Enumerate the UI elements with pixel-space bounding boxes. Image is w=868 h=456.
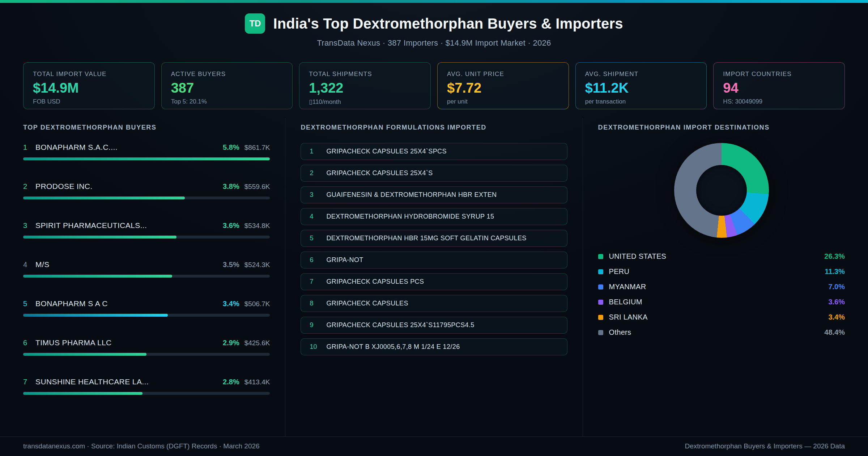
- formulation-item: 2GRIPACHECK CAPSULES 25X4`S: [301, 165, 567, 182]
- legend-country: UNITED STATES: [609, 252, 667, 261]
- stat-label: IMPORT COUNTRIES: [723, 71, 835, 78]
- formulation-item: 9GRIPACHECK CAPSULES 25X4`S11795PCS4.5: [301, 317, 567, 334]
- page-title: India's Top Dextromethorphan Buyers & Im…: [273, 16, 623, 32]
- buyer-name: SUNSHINE HEALTHCARE LA...: [35, 377, 149, 386]
- buyer-share: 3.5%: [223, 261, 239, 269]
- buyer-rank: 2: [23, 182, 35, 191]
- buyer-bar-track: [23, 392, 270, 395]
- formulation-item: 1GRIPACHECK CAPSULES 25X4`SPCS: [301, 143, 567, 160]
- formulation-name: DEXTROMETHORPHAN HYDROBROMIDE SYRUP 15: [326, 213, 494, 220]
- formulation-item: 3GUAIFENESIN & DEXTROMETHORPHAN HBR EXTE…: [301, 186, 567, 203]
- formulation-item: 5DEXTROMETHORPHAN HBR 15MG SOFT GELATIN …: [301, 230, 567, 247]
- formulation-item: 10GRIPA-NOT B XJ0005,6,7,8 M 1/24 E 12/2…: [301, 338, 567, 355]
- stat-label: AVG. SHIPMENT: [585, 71, 697, 78]
- legend-swatch: [598, 269, 603, 274]
- stat-value: $11.2K: [585, 81, 697, 96]
- legend-row: Others48.4%: [598, 328, 845, 337]
- formulation-item: 4DEXTROMETHORPHAN HYDROBROMIDE SYRUP 15: [301, 208, 567, 225]
- buyer-row: 1BONAPHARM S.A.C....5.8%$861.7K: [23, 143, 270, 160]
- legend-swatch: [598, 284, 603, 290]
- buyers-panel: TOP DEXTROMETHORPHAN BUYERS 1BONAPHARM S…: [23, 118, 285, 436]
- legend-row: PERU11.3%: [598, 267, 845, 276]
- legend-percent: 11.3%: [825, 267, 845, 276]
- main-content: TOP DEXTROMETHORPHAN BUYERS 1BONAPHARM S…: [0, 118, 868, 436]
- buyer-row: 5BONAPHARM S A C3.4%$506.7K: [23, 299, 270, 317]
- legend-swatch: [598, 300, 603, 305]
- buyer-bar-track: [23, 157, 270, 160]
- formulation-name: GRIPA-NOT: [326, 256, 363, 264]
- formulation-rank: 1: [310, 148, 319, 155]
- buyer-value: $413.4K: [244, 378, 270, 386]
- buyer-bar-fill: [23, 314, 168, 317]
- dashboard-root: TD India's Top Dextromethorphan Buyers &…: [0, 0, 868, 456]
- footer-note: Dextromethorphan Buyers & Importers — 20…: [685, 442, 845, 456]
- buyer-share: 2.9%: [223, 339, 239, 347]
- legend-swatch: [598, 330, 603, 335]
- formulation-name: GRIPA-NOT B XJ0005,6,7,8 M 1/24 E 12/26: [326, 343, 460, 351]
- buyer-rank: 1: [23, 143, 35, 152]
- buyer-bar-track: [23, 353, 270, 356]
- buyer-row-text: 3SPIRIT PHARMACEUTICALS...3.6%$534.8K: [23, 221, 270, 230]
- stat-card: TOTAL SHIPMENTS1,322▯110/month: [299, 62, 431, 109]
- formulation-name: GUAIFENESIN & DEXTROMETHORPHAN HBR EXTEN: [326, 191, 497, 199]
- buyer-row-text: 1BONAPHARM S.A.C....5.8%$861.7K: [23, 143, 270, 152]
- buyer-row: 6TIMUS PHARMA LLC2.9%$425.6K: [23, 338, 270, 356]
- buyer-value: $534.8K: [244, 222, 270, 230]
- buyer-row: 3SPIRIT PHARMACEUTICALS...3.6%$534.8K: [23, 221, 270, 238]
- stat-card: AVG. UNIT PRICE$7.72per unit: [437, 62, 569, 109]
- stat-card: ACTIVE BUYERS387Top 5: 20.1%: [161, 62, 293, 109]
- formulations-panel: DEXTROMETHORPHAN FORMULATIONS IMPORTED 1…: [285, 118, 582, 436]
- header: TD India's Top Dextromethorphan Buyers &…: [0, 3, 868, 48]
- buyer-share: 2.8%: [223, 378, 239, 386]
- formulation-rank: 3: [310, 191, 319, 199]
- buyer-row-text: 4M/S3.5%$524.3K: [23, 260, 270, 269]
- buyer-bar-track: [23, 236, 270, 238]
- formulation-rank: 8: [310, 300, 319, 307]
- buyer-bar-fill: [23, 197, 185, 199]
- buyer-value: $506.7K: [244, 300, 270, 308]
- buyer-row: 2PRODOSE INC.3.8%$559.6K: [23, 182, 270, 199]
- buyer-bar-fill: [23, 157, 270, 160]
- footer: transdatanexus.com · Source: Indian Cust…: [0, 436, 868, 456]
- legend-row: MYANMAR7.0%: [598, 283, 845, 291]
- legend-percent: 48.4%: [824, 328, 845, 337]
- stat-label: AVG. UNIT PRICE: [447, 71, 559, 78]
- formulations-heading: DEXTROMETHORPHAN FORMULATIONS IMPORTED: [301, 124, 567, 131]
- footer-source: transdatanexus.com · Source: Indian Cust…: [23, 442, 260, 456]
- destinations-heading: DEXTROMETHORPHAN IMPORT DESTINATIONS: [598, 124, 845, 131]
- top-accent-bar: [0, 0, 868, 3]
- buyer-share: 5.8%: [223, 143, 239, 152]
- buyer-share: 3.6%: [223, 221, 239, 230]
- buyer-share: 3.4%: [223, 300, 239, 308]
- buyer-row-text: 5BONAPHARM S A C3.4%$506.7K: [23, 299, 270, 308]
- stat-card: IMPORT COUNTRIES94HS: 30049099: [713, 62, 845, 109]
- stat-card: AVG. SHIPMENT$11.2Kper transaction: [575, 62, 707, 109]
- formulation-name: DEXTROMETHORPHAN HBR 15MG SOFT GELATIN C…: [326, 235, 526, 242]
- formulation-name: GRIPACHECK CAPSULES: [326, 300, 408, 307]
- buyers-list: 1BONAPHARM S.A.C....5.8%$861.7K2PRODOSE …: [23, 143, 270, 395]
- buyer-row-text: 7SUNSHINE HEALTHCARE LA...2.8%$413.4K: [23, 377, 270, 386]
- stat-sub: FOB USD: [33, 98, 145, 105]
- stat-value: 94: [723, 81, 835, 96]
- stat-label: TOTAL IMPORT VALUE: [33, 71, 145, 78]
- formulation-rank: 10: [310, 343, 319, 351]
- legend-country: Others: [609, 328, 631, 337]
- stat-value: 387: [171, 81, 283, 96]
- formulation-name: GRIPACHECK CAPSULES 25X4`S: [326, 169, 433, 177]
- buyer-name: SPIRIT PHARMACEUTICALS...: [35, 221, 147, 230]
- buyer-rank: 3: [23, 221, 35, 230]
- page-subtitle: TransData Nexus · 387 Importers · $14.9M…: [317, 38, 551, 48]
- buyer-rank: 5: [23, 300, 35, 308]
- formulation-rank: 4: [310, 213, 319, 220]
- buyer-row-text: 2PRODOSE INC.3.8%$559.6K: [23, 182, 270, 191]
- stat-sub: per unit: [447, 98, 559, 105]
- buyer-rank: 4: [23, 261, 35, 269]
- formulation-item: 8GRIPACHECK CAPSULES: [301, 295, 567, 312]
- donut-chart: [674, 143, 769, 238]
- destinations-legend: UNITED STATES26.3%PERU11.3%MYANMAR7.0%BE…: [598, 252, 845, 337]
- buyer-row-text: 6TIMUS PHARMA LLC2.9%$425.6K: [23, 338, 270, 347]
- legend-percent: 26.3%: [824, 252, 845, 261]
- donut-chart-wrap: [598, 143, 845, 238]
- stat-value: $7.72: [447, 81, 559, 96]
- legend-country: MYANMAR: [609, 283, 646, 291]
